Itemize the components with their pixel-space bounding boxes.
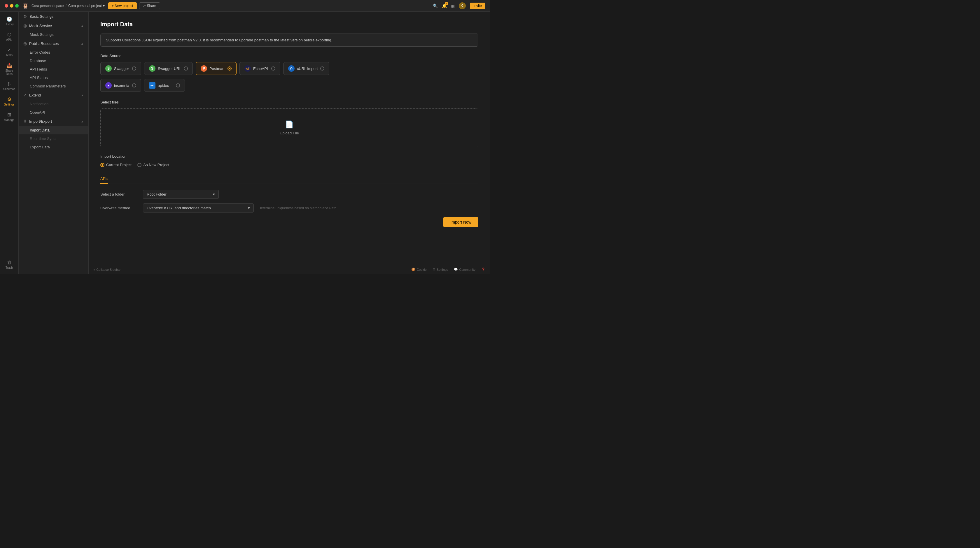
sidebar-item-mock-settings[interactable]: Mock Settings	[19, 30, 88, 39]
sidebar-item-common-parameters[interactable]: Common Parameters	[19, 82, 88, 91]
sidebar-group-mock-service[interactable]: ◎ Mock Service ▲	[19, 21, 88, 30]
share-button[interactable]: ↗ Share	[139, 2, 160, 10]
sidebar-item-settings[interactable]: ⚙ Settings	[1, 94, 18, 108]
share-docs-label: Share Docs	[2, 69, 16, 76]
settings-bottom-label: Settings	[437, 268, 448, 272]
sidebar-item-api-fields[interactable]: API Fields	[19, 65, 88, 73]
breadcrumb: Cora personal space / Cora personal proj…	[32, 4, 105, 8]
cookie-button[interactable]: 🍪 Cookie	[411, 268, 426, 272]
sidebar: ⚙ Basic Settings ◎ Mock Service ▲ Mock S…	[19, 12, 89, 274]
new-project-option[interactable]: As New Project	[137, 163, 169, 167]
overwrite-hint: Determine uniqueness based on Method and…	[258, 206, 337, 210]
tabs-bar: APIs	[100, 174, 478, 184]
new-project-button[interactable]: + New project	[108, 2, 137, 10]
titlebar-actions: + New project ↗ Share	[108, 2, 160, 10]
collapse-sidebar-button[interactable]: « Collapse Sidebar	[93, 268, 121, 272]
settings-icon: ⚙	[7, 97, 11, 102]
source-option-apidoc[interactable]: API apidoc	[144, 79, 185, 92]
postman-icon: P	[200, 65, 207, 72]
current-project-label: Current Project	[106, 163, 132, 167]
mock-service-label: Mock Service	[29, 24, 52, 28]
maximize-button[interactable]	[15, 4, 19, 8]
sidebar-item-share-docs[interactable]: 📤 Share Docs	[1, 60, 18, 78]
cookie-icon: 🍪	[411, 268, 415, 272]
sidebar-item-export-data[interactable]: Export Data	[19, 143, 88, 151]
tests-label: Tests	[6, 54, 13, 57]
history-label: History	[5, 23, 14, 26]
sidebar-item-manage[interactable]: ⊞ Manage	[1, 110, 18, 124]
swagger-radio	[132, 67, 136, 70]
settings-bottom-button[interactable]: ⚙ Settings	[433, 268, 448, 272]
echoapi-label: EchoAPI	[253, 67, 268, 71]
minimize-button[interactable]	[10, 4, 13, 8]
trash-label: Trash	[6, 266, 13, 269]
sidebar-item-openapi[interactable]: OpenAPI	[19, 108, 88, 117]
folder-select[interactable]: Root Folder ▾	[143, 190, 219, 199]
curl-icon: {}	[288, 65, 294, 72]
import-now-button[interactable]: Import Now	[443, 217, 478, 227]
traffic-lights	[5, 4, 19, 8]
page-title: Import Data	[100, 21, 478, 28]
sidebar-item-database[interactable]: Database	[19, 57, 88, 65]
sidebar-group-extend[interactable]: ↗ Extend ▲	[19, 91, 88, 100]
apidoc-icon: API	[149, 82, 156, 89]
sidebar-item-apis[interactable]: ⬡ APIs	[1, 29, 18, 44]
notification-icon[interactable]: 🔔 2	[442, 3, 447, 8]
overwrite-label: Overwrite method	[100, 206, 138, 210]
mock-service-chevron: ▲	[81, 24, 84, 27]
overwrite-select[interactable]: Overwrite if URI and directories match ▾	[143, 203, 254, 213]
community-label: Community	[459, 268, 476, 272]
echoapi-icon: 🦋	[244, 65, 251, 72]
sidebar-item-notification[interactable]: Notification	[19, 100, 88, 108]
current-project-option[interactable]: Current Project	[100, 163, 132, 167]
postman-label: Postman	[209, 67, 224, 71]
community-icon: 💬	[454, 268, 458, 272]
invite-button[interactable]: Invite	[470, 3, 485, 9]
tests-icon: ✓	[7, 47, 11, 53]
data-source-grid: S Swagger S Swagger URL P Postman	[100, 62, 478, 75]
project-name[interactable]: Cora personal project ▾	[68, 4, 105, 8]
sidebar-item-api-status[interactable]: API Status	[19, 73, 88, 82]
close-button[interactable]	[5, 4, 8, 8]
extend-chevron: ▲	[81, 94, 84, 97]
tab-apis[interactable]: APIs	[100, 174, 108, 184]
public-resources-label: Public Resources	[29, 41, 59, 46]
schemas-icon: {}	[8, 81, 11, 87]
sidebar-item-realtime-sync[interactable]: Real-time Sync	[19, 134, 88, 143]
layout-icon[interactable]: ▦	[451, 3, 455, 8]
apidoc-radio	[176, 83, 180, 87]
swagger-url-label: Swagger URL	[158, 67, 181, 71]
import-location-options: Current Project As New Project	[100, 163, 478, 167]
source-option-swagger-url[interactable]: S Swagger URL	[144, 62, 193, 75]
sidebar-group-public-resources[interactable]: ◎ Public Resources ▲	[19, 39, 88, 48]
mock-service-icon: ◎	[23, 23, 27, 28]
search-icon[interactable]: 🔍	[433, 3, 438, 8]
upload-area[interactable]: 📄 Upload File	[100, 108, 478, 147]
sidebar-bottom	[19, 151, 88, 274]
folder-label: Select a folder	[100, 192, 138, 197]
sidebar-item-import-data[interactable]: Import Data	[19, 126, 88, 134]
sidebar-item-error-codes[interactable]: Error Codes	[19, 48, 88, 57]
import-export-icon: ⬇	[23, 119, 27, 124]
source-option-postman[interactable]: P Postman	[196, 62, 237, 75]
overwrite-value: Overwrite if URI and directories match	[147, 206, 211, 210]
source-option-curl[interactable]: {} cURL import	[283, 62, 329, 75]
source-option-echoapi[interactable]: 🦋 EchoAPI	[239, 62, 280, 75]
community-button[interactable]: 💬 Community	[454, 268, 476, 272]
sidebar-group-import-export[interactable]: ⬇ Import/Export ▲	[19, 117, 88, 126]
sidebar-item-history[interactable]: 🕐 History	[1, 14, 18, 28]
sidebar-item-trash[interactable]: 🗑 Trash	[1, 258, 18, 272]
help-icon[interactable]: ❓	[481, 268, 485, 272]
import-actions: Import Now	[100, 217, 478, 227]
sidebar-item-tests[interactable]: ✓ Tests	[1, 45, 18, 59]
sidebar-item-schemas[interactable]: {} Schemas	[1, 79, 18, 93]
source-option-swagger[interactable]: S Swagger	[100, 62, 141, 75]
icon-nav: 🕐 History ⬡ APIs ✓ Tests 📤 Share Docs {}…	[0, 12, 19, 274]
manage-label: Manage	[4, 118, 14, 122]
source-option-insomnia[interactable]: ● insomnia	[100, 79, 141, 92]
chevron-down-icon: ▾	[103, 4, 105, 8]
avatar[interactable]: C	[459, 2, 466, 10]
titlebar: 🦉 Cora personal space / Cora personal pr…	[0, 0, 490, 12]
space-name[interactable]: Cora personal space	[32, 4, 64, 8]
sidebar-group-basic-settings[interactable]: ⚙ Basic Settings	[19, 12, 88, 21]
